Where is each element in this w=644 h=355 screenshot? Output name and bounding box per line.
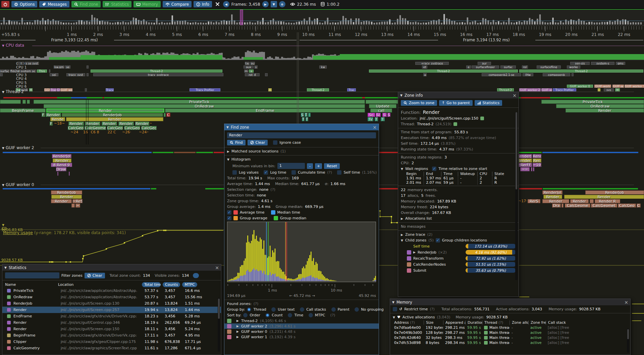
cpu-zone-chip[interactable]: au bbox=[250, 62, 255, 65]
statistics-row[interactable]: RenderJobjni/../jni/src/guif/Screen.cpp:… bbox=[2, 300, 221, 307]
self-time-checkbox[interactable] bbox=[337, 170, 341, 175]
restrict-time-checkbox[interactable] bbox=[393, 307, 397, 311]
cpu-zone-chip[interactable]: GGUIF bbox=[44, 88, 50, 91]
cpu-zone-chip[interactable]: M bbox=[29, 88, 33, 91]
timeline-zone[interactable]: CalcGeo bbox=[124, 126, 140, 130]
wait-col-time[interactable]: Time bbox=[441, 172, 458, 176]
memory-allocation-row[interactable]: 0x7dfc42d64032 bytes298.3 ms59.95 sMain … bbox=[390, 335, 630, 340]
expand-triangle-icon[interactable]: ▶ bbox=[413, 251, 416, 254]
cpu-zone-chip[interactable]: m bbox=[244, 70, 248, 73]
memory-allocation-row[interactable]: 0x7e049b3d00128 bytes298.27 ms59.95 sMai… bbox=[390, 330, 630, 335]
frame-3194-label[interactable]: Frame 3,194 (13.92 ms) bbox=[463, 38, 510, 42]
timeline-zone[interactable]: EndFrame bbox=[165, 108, 365, 113]
cpu-zone-chip[interactable]: (Hw bbox=[523, 73, 533, 76]
cpu-zone-chip[interactable]: system-s bbox=[591, 62, 614, 65]
timeline-zone[interactable] bbox=[308, 113, 311, 117]
wait-col-end[interactable]: End bbox=[424, 172, 441, 176]
cpu-zone-chip[interactable]: (au bbox=[245, 62, 250, 65]
frame-overview-strip[interactable] bbox=[0, 9, 644, 26]
timeline-zone[interactable] bbox=[561, 204, 564, 208]
wait-col-cpu[interactable]: CPU bbox=[477, 172, 492, 176]
timeline-zone[interactable]: RenderJob bbox=[585, 190, 644, 194]
timeline-zone[interactable] bbox=[22, 100, 26, 104]
timeline-zone[interactable]: ~24~ bbox=[70, 130, 78, 134]
timeline-zone[interactable]: Render bbox=[51, 195, 82, 199]
toolbar-statistics-button[interactable]: Statistics bbox=[103, 1, 131, 7]
timeline-zone[interactable]: C6 8 bbox=[89, 130, 101, 134]
timeline-zone[interactable]: CalcGeo bbox=[618, 204, 636, 208]
memory-allocation-row[interactable]: 0x7dfc53d8988 bytes298.34 ms59.95 sMain … bbox=[390, 340, 630, 345]
stats-extra-button[interactable] bbox=[193, 273, 199, 278]
memory-col-appeared-at[interactable]: Appeared at bbox=[443, 320, 465, 325]
cpu-zone-chip[interactable]: GUI bbox=[57, 88, 60, 91]
timeline-zone[interactable]: S bbox=[382, 113, 387, 117]
cpu-zone-chip[interactable]: GUIF-w bbox=[541, 88, 552, 91]
clear-filter-button[interactable]: Clear bbox=[85, 273, 105, 278]
cpu-zone-chip[interactable]: GUIF wor bbox=[60, 88, 72, 91]
time-relative-checkbox[interactable]: ✓ bbox=[432, 167, 436, 171]
cpu-zone-chip[interactable]: composer@2.1-se bbox=[482, 73, 521, 76]
wait-regions-triangle[interactable]: ▼ bbox=[401, 167, 403, 171]
memory-col-size[interactable]: Size bbox=[424, 320, 443, 325]
timeline-zone[interactable]: ~ bbox=[150, 122, 152, 126]
group-by-parent[interactable] bbox=[331, 307, 336, 312]
find-zone-titlebar[interactable]: ▼ Find zone × bbox=[224, 124, 379, 130]
toolbar-options-button[interactable]: Options bbox=[11, 1, 37, 7]
cpu-zone-chip[interactable]: rol bbox=[522, 65, 528, 69]
group-by-call-stacks[interactable] bbox=[300, 307, 304, 312]
cpu-zone-chip[interactable]: sen-sis bbox=[570, 62, 590, 65]
memory-col-call-stack[interactable]: Call stack bbox=[546, 320, 586, 325]
cpu-zone-chip[interactable]: GUIF-work bbox=[594, 85, 611, 88]
memory-titlebar[interactable]: ▼ Memory × bbox=[390, 299, 630, 305]
stats-col-mtpc[interactable]: MTPC bbox=[182, 282, 197, 287]
timeline-zone[interactable]: CalcGeor bbox=[107, 126, 123, 130]
cpu-zone-chip[interactable]: tracy_systrace bbox=[93, 73, 223, 76]
timeline-zone[interactable]: Draw bbox=[56, 167, 66, 171]
timeline-zone[interactable]: S bbox=[387, 113, 390, 117]
timeline-zone[interactable]: Sc bbox=[368, 113, 375, 117]
timeline-zone[interactable]: Render bbox=[570, 199, 589, 203]
cpu-zone-chip[interactable]: sys bbox=[604, 88, 614, 91]
sort-by-time[interactable] bbox=[288, 313, 292, 317]
toolbar-find-zone-button[interactable]: Find zone bbox=[71, 1, 101, 7]
cpu-zone-chip[interactable]: et bbox=[422, 65, 427, 69]
wait-col-state[interactable]: State bbox=[492, 172, 507, 176]
cpu-zone-chip[interactable]: Tracy Profiler bbox=[553, 88, 576, 91]
legend-checkbox[interactable]: ✓ bbox=[227, 210, 231, 215]
timeline-zone[interactable]: ~19~ bbox=[533, 163, 541, 167]
statistics-row[interactable]: CalcGeometryjni/../jni/src/claw/graphics… bbox=[2, 345, 221, 351]
timeline-zone[interactable]: Render F bbox=[135, 122, 149, 126]
timeline-zone[interactable]: OnRedraw bbox=[44, 104, 365, 108]
timeline-zone[interactable]: T bbox=[381, 117, 385, 121]
frame-dropdown-button[interactable]: ▼ bbox=[271, 1, 277, 7]
timeline-zone[interactable]: T bbox=[306, 117, 308, 121]
filter-zones-input[interactable] bbox=[5, 272, 59, 278]
cpu-zone-chip[interactable]: Thread-2 bbox=[519, 70, 643, 73]
timeline-zone[interactable]: RerS bbox=[528, 199, 540, 203]
timeline-zone[interactable] bbox=[69, 172, 70, 176]
cpu-zone-chip[interactable] bbox=[17, 62, 21, 65]
sort-by-mtpc[interactable] bbox=[309, 313, 313, 317]
timeline-zone[interactable]: Render bbox=[46, 113, 61, 117]
cpu-zone-chip[interactable] bbox=[21, 62, 24, 65]
timeline-zone[interactable]: Ty bbox=[368, 117, 373, 121]
cpu-zone-chip[interactable] bbox=[87, 65, 89, 69]
timeline-zone[interactable]: S bbox=[301, 113, 304, 117]
cpu-zone-chip[interactable]: surfac bbox=[500, 65, 516, 69]
timeline-zone[interactable]: C bbox=[637, 204, 641, 208]
timeline-zone[interactable]: PrivateTick bbox=[34, 100, 365, 104]
cpu-zone-chip[interactable]: composer@ bbox=[543, 73, 570, 76]
memory-scrollbar[interactable] bbox=[627, 328, 629, 353]
timeline-zone[interactable]: T bbox=[302, 117, 305, 121]
cpu-zone-chip[interactable]: GUIF worker 0 bbox=[567, 85, 593, 88]
memory-col-thread[interactable]: Thread (?) bbox=[482, 320, 509, 325]
cpu-zone-chip[interactable]: Tracy Profiler bbox=[190, 88, 220, 91]
timeline-zone[interactable]: Ren bbox=[533, 159, 541, 163]
timeline-zone[interactable]: Render bbox=[68, 122, 84, 126]
timeline-zone[interactable]: RenderJob bbox=[51, 190, 82, 194]
toolbar-messages-button[interactable]: Messages bbox=[39, 1, 69, 7]
cpu-zone-chip[interactable]: Thread-2 bbox=[91, 70, 222, 73]
cpu-zone-chip[interactable]: kw.gm bbox=[54, 65, 64, 69]
zone-info-scrollbar[interactable] bbox=[515, 112, 518, 280]
cumulate-time-checkbox[interactable] bbox=[291, 170, 296, 175]
